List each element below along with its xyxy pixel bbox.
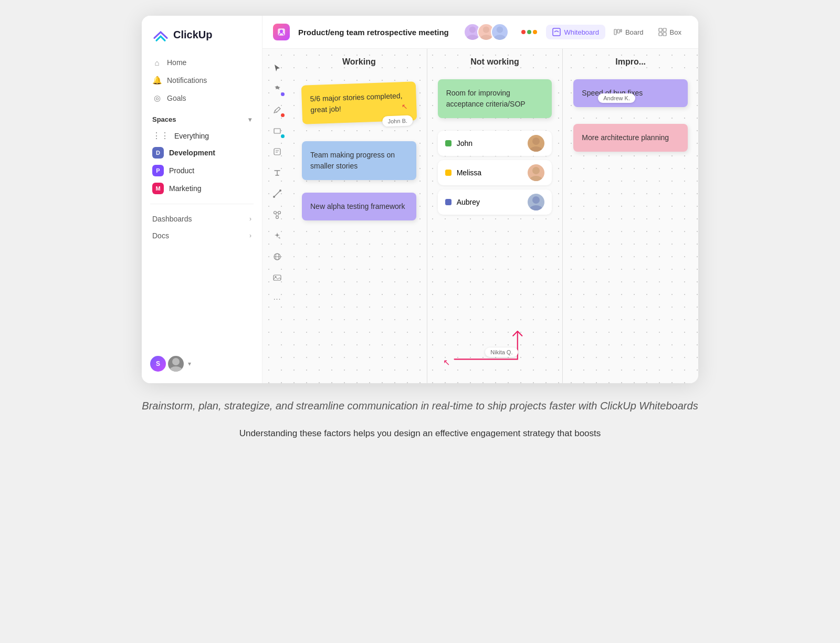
meeting-title: Product/eng team retrospective meeting [298,28,449,37]
sidebar-item-goals-label: Goals [167,94,186,102]
sticky-note-6[interactable]: More architecture planning [573,124,688,152]
clickup-logo-icon [152,26,169,43]
goals-icon: ◎ [152,93,162,103]
sidebar-item-dashboards[interactable]: Dashboards › [142,210,262,227]
aubrey-dot [445,199,452,205]
svg-rect-18 [274,129,280,133]
top-bar: Product/eng team retrospective meeting [262,16,698,49]
svg-rect-19 [274,149,280,155]
svg-point-22 [274,212,277,214]
sidebar-item-product[interactable]: P Product [146,162,258,180]
dot-orange [533,30,537,34]
tool-image[interactable] [269,269,286,286]
person-aubrey-avatar [528,194,544,210]
presence-indicator-dots [521,30,537,34]
andrew-cursor-badge: Andrew K. [598,93,635,103]
home-icon: ⌂ [152,58,162,67]
spaces-chevron-icon[interactable]: ▾ [248,116,251,123]
person-john[interactable]: John [438,131,552,156]
everything-icon: ⋮⋮ [152,131,169,141]
tab-box[interactable]: Box [652,25,688,39]
person-john-avatar [528,135,544,152]
svg-rect-11 [614,29,616,35]
tool-connect[interactable] [269,206,286,223]
sidebar-item-home[interactable]: ⌂ Home [146,54,258,71]
bottom-section: Brainstorm, plan, strategize, and stream… [110,398,729,440]
sidebar-item-home-label: Home [167,58,186,67]
person-aubrey[interactable]: Aubrey [438,189,552,215]
user-avatar-photo [168,356,184,372]
user-dropdown-icon[interactable]: ▾ [188,360,191,367]
user-avatars: S [150,356,184,372]
tab-board[interactable]: Board [607,25,650,39]
tool-text[interactable] [269,164,286,181]
person-melissa[interactable]: Melissa [438,160,552,185]
svg-point-23 [278,212,281,214]
pen-tool-icon [273,106,281,114]
sidebar-item-marketing[interactable]: M Marketing [146,180,258,197]
sidebar-item-docs[interactable]: Docs › [142,227,262,244]
meeting-icon-svg [277,27,286,37]
svg-rect-10 [553,28,560,36]
sticky-note-3-text: New alpha testing framework [310,202,405,210]
columns-container: Working 5/6 major stories completed, gre… [291,49,698,383]
svg-point-20 [273,196,275,198]
sidebar-item-development[interactable]: D Development [146,144,258,162]
whiteboard-canvas[interactable]: ··· Andrew K. Working 5/6 major stories … [262,49,698,383]
meeting-icon [273,24,290,40]
tool-magic[interactable] [269,227,286,244]
tab-whiteboard[interactable]: Whiteboard [546,25,605,39]
view-tabs: Whiteboard Board [546,25,688,39]
svg-point-8 [497,26,503,33]
sidebar-item-notifications-label: Notifications [167,76,207,85]
tool-pen[interactable] [269,101,286,118]
sticky-note-3[interactable]: New alpha testing framework [302,193,416,220]
tool-more[interactable]: ··· [269,290,286,307]
dashboards-chevron-icon: › [249,215,251,223]
main-content: Product/eng team retrospective meeting [262,16,698,383]
toolbar-left: ··· [269,59,286,307]
tool-note[interactable] [269,143,286,160]
cursor-nikita-icon: ↖ [443,358,450,367]
svg-rect-16 [659,33,662,36]
tool-add[interactable] [269,80,286,97]
connect-tool-icon [273,210,281,219]
sidebar-item-marketing-label: Marketing [169,184,201,193]
collaborator-avatar-3 [491,23,509,41]
pen-tool-dot [281,113,285,117]
people-list: John Melissa [438,131,552,215]
sidebar-bottom: S ▾ [142,350,262,378]
sticky-author-john: John B. [382,115,413,127]
sticky-note-2[interactable]: Team making progress on smaller stories [302,141,416,180]
sticky-note-6-text: More architecture planning [582,133,669,142]
sticky-note-1-text: 5/6 major stories completed, great job! [310,91,402,114]
box-tab-icon [658,28,667,36]
tool-shapes[interactable] [269,122,286,139]
tool-cursor[interactable] [269,59,286,76]
description-text: Understanding these factors helps you de… [142,426,698,440]
tab-box-label: Box [670,28,681,36]
sidebar-item-goals[interactable]: ◎ Goals [146,89,258,107]
dot-red [521,30,526,34]
svg-rect-15 [663,28,666,31]
svg-rect-17 [663,33,666,36]
dot-green [527,30,531,34]
svg-point-5 [466,35,478,41]
more-icon: ··· [274,294,281,303]
svg-rect-14 [659,28,662,31]
whiteboard-tab-icon [552,28,561,36]
tool-line[interactable] [269,185,286,202]
sidebar-item-notifications[interactable]: 🔔 Notifications [146,71,258,89]
sidebar-divider [150,204,254,204]
svg-point-36 [532,196,540,204]
docs-chevron-icon: › [249,232,251,239]
marketing-space-dot: M [152,183,164,194]
sticky-note-1[interactable]: 5/6 major stories completed, great job! … [301,81,417,124]
logo: ClickUp [142,26,262,54]
sidebar-item-everything[interactable]: ⋮⋮ Everything [146,128,258,144]
tool-globe[interactable] [269,248,286,265]
spaces-section-label: Spaces ▾ [142,107,262,128]
sticky-note-4[interactable]: Room for improving acceptance criteria/S… [438,79,552,118]
nikita-cursor-area: ↖ [443,357,450,367]
column-not-working: Not working Room for improving acceptanc… [427,49,563,383]
